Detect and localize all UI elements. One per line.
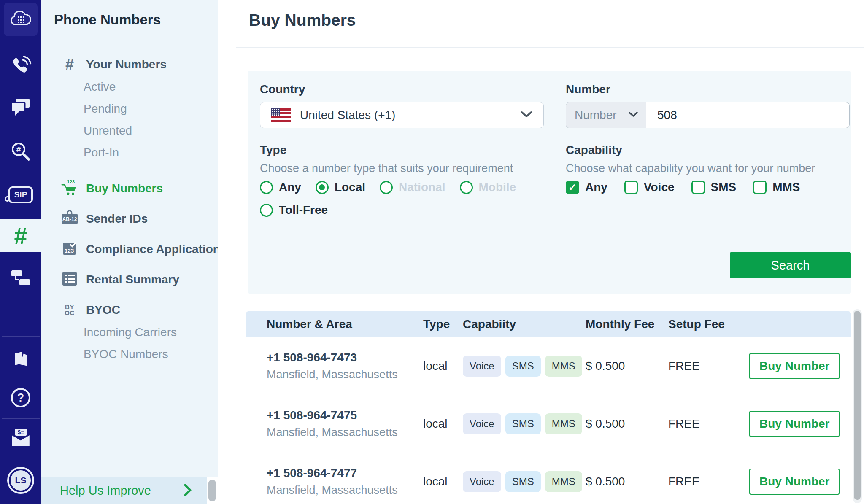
type-radio-any[interactable]: Any (260, 181, 301, 194)
svg-text:123: 123 (67, 179, 75, 184)
sidebar-item-sender-ids[interactable]: AB-12Sender IDs (41, 211, 207, 226)
rail-sip-trunking-nav[interactable]: SIP (0, 185, 41, 205)
sidebar-item-compliance-application[interactable]: 123Compliance Application (41, 242, 207, 257)
question-mark-icon: ? (11, 388, 30, 407)
row-area: Mansfield, Massachusetts (267, 484, 423, 497)
capability-badge-sms: SMS (505, 356, 541, 377)
rail-help-nav[interactable]: ? (0, 387, 41, 408)
us-flag-icon (271, 108, 291, 122)
row-monthly-fee: $ 0.500 (586, 417, 668, 431)
sidebar-nav: #Your NumbersActivePendingUnrentedPort-I… (41, 57, 207, 361)
rail-messaging-nav[interactable] (0, 97, 41, 121)
checkbox-icon (566, 181, 579, 194)
svg-text:123: 123 (65, 248, 74, 254)
sidebar-item-pending[interactable]: Pending (41, 102, 207, 116)
rail-divider (2, 418, 40, 419)
account-menu[interactable]: LS (0, 466, 41, 494)
capability-checkbox-sms[interactable]: SMS (691, 181, 737, 194)
checkbox-icon (691, 181, 705, 194)
sidebar-item-label: BYOC (86, 303, 120, 317)
column-header-type: Type (423, 318, 463, 331)
row-setup-fee: FREE (668, 475, 749, 488)
number-pattern-input[interactable]: 508 (646, 102, 849, 128)
buy-number-button[interactable]: Buy Number (749, 469, 840, 495)
number-mode-select[interactable]: Number (566, 102, 646, 128)
capability-checkbox-row: AnyVoiceSMSMMS (566, 181, 800, 194)
checkbox-icon (753, 181, 767, 194)
sidebar-item-active[interactable]: Active (41, 80, 207, 94)
flowchart-icon (10, 270, 31, 288)
row-phone-number: +1 508-964-7477 (267, 466, 423, 480)
capability-helper-text: Choose what capability you want for your… (566, 162, 815, 175)
cloud-dialpad-icon (10, 10, 32, 29)
sender-id-badge-icon: AB-12 (60, 210, 79, 228)
row-capability-badges: VoiceSMSMMS (463, 356, 586, 377)
sidebar-item-byoc[interactable]: BYOCBYOC (41, 302, 207, 318)
capability-badge-voice: Voice (463, 471, 501, 492)
sidebar-item-byoc-numbers[interactable]: BYOC Numbers (41, 347, 207, 361)
chat-bubbles-icon (9, 97, 32, 120)
capability-badge-sms: SMS (505, 471, 541, 492)
rail-billing-nav[interactable]: $= (0, 427, 41, 450)
type-radio-mobile[interactable]: Mobile (460, 181, 516, 194)
table-row: +1 508-964-7473 Mansfield, Massachusetts… (246, 337, 851, 395)
capability-badge-mms: MMS (545, 356, 582, 377)
svg-text:AB-12: AB-12 (62, 216, 77, 222)
country-select[interactable]: United States (+1) (260, 102, 544, 128)
results-scroll-track (853, 309, 862, 503)
rail-number-lookup-nav[interactable]: # (0, 140, 41, 164)
help-us-improve-link[interactable]: Help Us Improve (41, 477, 207, 504)
rail-flow-nav[interactable] (0, 269, 41, 288)
column-header-monthly-fee: Monthly Fee (586, 318, 668, 331)
radio-icon (260, 181, 273, 194)
app-window: # SIP # (0, 0, 864, 504)
row-type: local (423, 359, 463, 373)
sidebar-item-unrented[interactable]: Unrented (41, 124, 207, 138)
row-setup-fee: FREE (668, 417, 749, 431)
row-area: Mansfield, Massachusetts (267, 426, 423, 439)
capability-checkbox-mms[interactable]: MMS (753, 181, 800, 194)
type-radio-local[interactable]: Local (316, 181, 365, 194)
number-label: Number (566, 83, 610, 96)
capability-badge-voice: Voice (463, 413, 501, 434)
row-setup-fee: FREE (668, 359, 749, 373)
sidebar-scrollbar[interactable] (208, 480, 216, 501)
product-logo[interactable] (0, 3, 41, 36)
sidebar-title: Phone Numbers (54, 12, 161, 28)
row-capability-badges: VoiceSMSMMS (463, 471, 586, 492)
sidebar-item-incoming-carriers[interactable]: Incoming Carriers (41, 325, 207, 340)
panel-divider (248, 239, 851, 239)
page-title: Buy Numbers (249, 11, 356, 30)
help-us-improve-label: Help Us Improve (60, 484, 184, 498)
main-content: Buy Numbers Country United States (+1) N… (218, 0, 864, 504)
app-icon-rail: # SIP # (0, 0, 41, 504)
rail-phone-numbers-nav-active[interactable]: # (0, 219, 41, 252)
sidebar-item-buy-numbers[interactable]: 123Buy Numbers (41, 181, 207, 196)
sidebar-item-your-numbers[interactable]: #Your Numbers (41, 57, 207, 72)
results-scrollbar[interactable] (854, 311, 861, 500)
sidebar-item-port-in[interactable]: Port-In (41, 146, 207, 160)
type-radio-row-2: Toll-Free (260, 203, 328, 217)
buy-number-button[interactable]: Buy Number (749, 411, 840, 437)
sidebar-item-label: Rental Summary (86, 273, 179, 286)
country-label: Country (260, 83, 305, 96)
capability-checkbox-voice[interactable]: Voice (624, 181, 675, 194)
chevron-right-icon (184, 484, 192, 498)
search-button[interactable]: Search (730, 252, 851, 278)
number-search-group: Number 508 (566, 102, 850, 128)
type-radio-national[interactable]: National (380, 181, 445, 194)
sidebar-item-rental-summary[interactable]: Rental Summary (41, 272, 207, 287)
hash-icon: # (14, 224, 27, 248)
type-radio-toll-free[interactable]: Toll-Free (260, 203, 328, 217)
table-row: +1 508-964-7477 Mansfield, Massachusetts… (246, 453, 851, 504)
capability-badge-sms: SMS (505, 413, 541, 434)
svg-text:$=: $= (18, 429, 24, 435)
compliance-checklist-icon: 123 (61, 240, 78, 259)
open-book-icon (11, 350, 30, 371)
rail-voice-nav[interactable] (0, 54, 41, 80)
capability-badge-voice: Voice (463, 356, 501, 377)
rail-docs-nav[interactable] (0, 349, 41, 371)
sidebar-item-label: Your Numbers (86, 58, 167, 71)
capability-checkbox-any[interactable]: Any (566, 181, 608, 194)
buy-number-button[interactable]: Buy Number (749, 353, 840, 379)
